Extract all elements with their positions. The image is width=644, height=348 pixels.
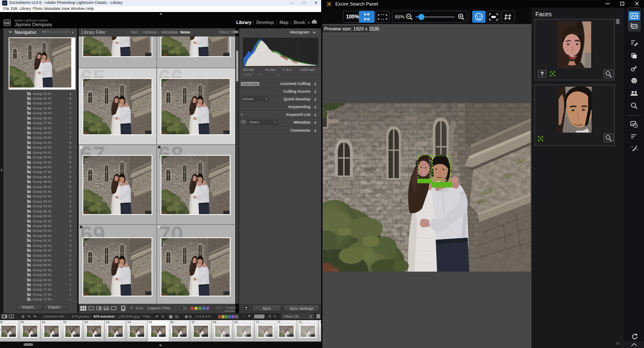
svg-text:Lr: Lr [3, 2, 6, 5]
